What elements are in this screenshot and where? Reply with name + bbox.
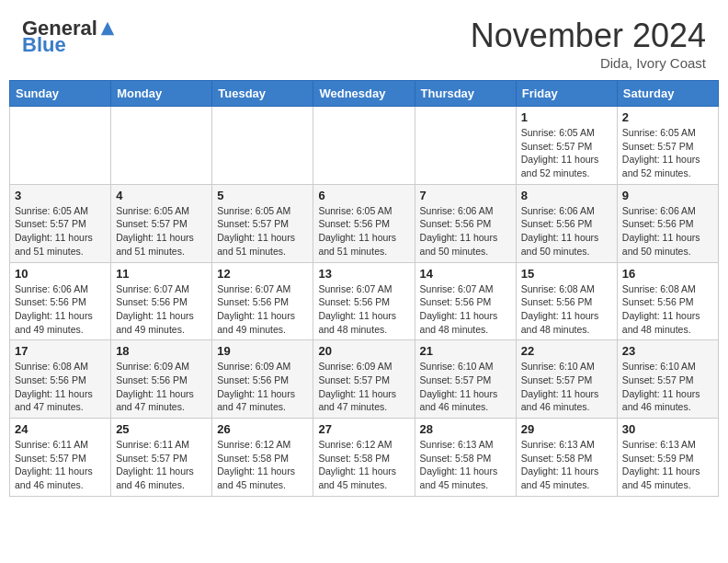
day-info: Sunrise: 6:08 AM Sunset: 5:56 PM Dayligh… [521, 282, 612, 337]
calendar-cell: 24Sunrise: 6:11 AM Sunset: 5:57 PM Dayli… [10, 419, 111, 497]
day-number: 22 [521, 344, 612, 358]
calendar-cell: 2Sunrise: 6:05 AM Sunset: 5:57 PM Daylig… [617, 107, 718, 185]
day-info: Sunrise: 6:09 AM Sunset: 5:56 PM Dayligh… [116, 360, 207, 414]
header-row: SundayMondayTuesdayWednesdayThursdayFrid… [10, 81, 719, 107]
calendar-cell: 21Sunrise: 6:10 AM Sunset: 5:57 PM Dayli… [415, 340, 516, 419]
day-info: Sunrise: 6:07 AM Sunset: 5:56 PM Dayligh… [116, 282, 207, 337]
day-number: 16 [622, 267, 713, 281]
day-info: Sunrise: 6:10 AM Sunset: 5:57 PM Dayligh… [622, 360, 713, 414]
calendar-cell: 17Sunrise: 6:08 AM Sunset: 5:56 PM Dayli… [10, 340, 111, 419]
logo-icon [99, 20, 116, 37]
calendar-cell: 25Sunrise: 6:11 AM Sunset: 5:57 PM Dayli… [111, 419, 212, 497]
day-info: Sunrise: 6:07 AM Sunset: 5:56 PM Dayligh… [318, 282, 409, 337]
calendar-cell: 22Sunrise: 6:10 AM Sunset: 5:57 PM Dayli… [516, 340, 617, 419]
calendar-week-3: 17Sunrise: 6:08 AM Sunset: 5:56 PM Dayli… [10, 340, 719, 419]
day-info: Sunrise: 6:08 AM Sunset: 5:56 PM Dayligh… [15, 360, 106, 414]
calendar-cell [111, 107, 212, 185]
calendar-cell [212, 107, 313, 185]
calendar-cell: 5Sunrise: 6:05 AM Sunset: 5:57 PM Daylig… [212, 184, 313, 262]
day-info: Sunrise: 6:13 AM Sunset: 5:58 PM Dayligh… [521, 438, 612, 492]
day-info: Sunrise: 6:12 AM Sunset: 5:58 PM Dayligh… [318, 438, 409, 492]
day-number: 17 [15, 344, 106, 358]
day-number: 30 [622, 422, 713, 436]
calendar-cell: 29Sunrise: 6:13 AM Sunset: 5:58 PM Dayli… [516, 419, 617, 497]
day-info: Sunrise: 6:11 AM Sunset: 5:57 PM Dayligh… [116, 438, 207, 492]
day-info: Sunrise: 6:05 AM Sunset: 5:57 PM Dayligh… [15, 204, 106, 259]
calendar-cell: 7Sunrise: 6:06 AM Sunset: 5:56 PM Daylig… [415, 184, 516, 262]
calendar-cell [415, 107, 516, 185]
calendar-week-1: 3Sunrise: 6:05 AM Sunset: 5:57 PM Daylig… [10, 184, 719, 262]
day-info: Sunrise: 6:05 AM Sunset: 5:57 PM Dayligh… [217, 204, 308, 259]
day-info: Sunrise: 6:06 AM Sunset: 5:56 PM Dayligh… [15, 282, 106, 337]
calendar-cell: 27Sunrise: 6:12 AM Sunset: 5:58 PM Dayli… [313, 419, 415, 497]
day-number: 25 [116, 422, 207, 436]
day-info: Sunrise: 6:10 AM Sunset: 5:57 PM Dayligh… [420, 360, 511, 414]
calendar-cell: 6Sunrise: 6:05 AM Sunset: 5:56 PM Daylig… [313, 184, 415, 262]
day-number: 8 [521, 189, 612, 202]
header-right: November 2024 Dida, Ivory Coast [471, 17, 706, 71]
day-info: Sunrise: 6:07 AM Sunset: 5:56 PM Dayligh… [420, 282, 511, 337]
calendar-table: SundayMondayTuesdayWednesdayThursdayFrid… [9, 80, 719, 497]
calendar-cell: 30Sunrise: 6:13 AM Sunset: 5:59 PM Dayli… [617, 419, 718, 497]
day-info: Sunrise: 6:06 AM Sunset: 5:56 PM Dayligh… [622, 204, 713, 259]
page-header: General Blue November 2024 Dida, Ivory C… [0, 0, 728, 80]
day-number: 1 [521, 110, 612, 124]
calendar-cell: 23Sunrise: 6:10 AM Sunset: 5:57 PM Dayli… [617, 340, 718, 419]
calendar-cell [10, 107, 111, 185]
calendar-cell: 3Sunrise: 6:05 AM Sunset: 5:57 PM Daylig… [10, 184, 111, 262]
location: Dida, Ivory Coast [471, 55, 706, 71]
day-number: 24 [15, 422, 106, 436]
day-info: Sunrise: 6:09 AM Sunset: 5:56 PM Dayligh… [217, 360, 308, 414]
day-number: 5 [217, 189, 308, 202]
calendar-cell: 28Sunrise: 6:13 AM Sunset: 5:58 PM Dayli… [415, 419, 516, 497]
day-number: 28 [420, 422, 511, 436]
day-info: Sunrise: 6:05 AM Sunset: 5:57 PM Dayligh… [116, 204, 207, 259]
calendar-header: SundayMondayTuesdayWednesdayThursdayFrid… [10, 81, 719, 107]
calendar-cell: 12Sunrise: 6:07 AM Sunset: 5:56 PM Dayli… [212, 262, 313, 340]
day-number: 6 [318, 189, 409, 202]
day-number: 27 [318, 422, 409, 436]
day-number: 13 [318, 267, 409, 281]
calendar-cell: 10Sunrise: 6:06 AM Sunset: 5:56 PM Dayli… [10, 262, 111, 340]
day-number: 4 [116, 189, 207, 202]
calendar-cell: 15Sunrise: 6:08 AM Sunset: 5:56 PM Dayli… [516, 262, 617, 340]
day-number: 14 [420, 267, 511, 281]
calendar-cell: 16Sunrise: 6:08 AM Sunset: 5:56 PM Dayli… [617, 262, 718, 340]
day-info: Sunrise: 6:07 AM Sunset: 5:56 PM Dayligh… [217, 282, 308, 337]
col-header-thursday: Thursday [415, 81, 516, 107]
calendar-cell [313, 107, 415, 185]
day-number: 2 [622, 110, 713, 124]
col-header-wednesday: Wednesday [313, 81, 415, 107]
calendar-cell: 11Sunrise: 6:07 AM Sunset: 5:56 PM Dayli… [111, 262, 212, 340]
day-info: Sunrise: 6:11 AM Sunset: 5:57 PM Dayligh… [15, 438, 106, 492]
day-number: 15 [521, 267, 612, 281]
day-number: 10 [15, 267, 106, 281]
day-number: 12 [217, 267, 308, 281]
calendar-cell: 9Sunrise: 6:06 AM Sunset: 5:56 PM Daylig… [617, 184, 718, 262]
calendar-cell: 19Sunrise: 6:09 AM Sunset: 5:56 PM Dayli… [212, 340, 313, 419]
day-number: 11 [116, 267, 207, 281]
calendar-cell: 20Sunrise: 6:09 AM Sunset: 5:57 PM Dayli… [313, 340, 415, 419]
calendar-week-2: 10Sunrise: 6:06 AM Sunset: 5:56 PM Dayli… [10, 262, 719, 340]
day-number: 23 [622, 344, 713, 358]
day-number: 18 [116, 344, 207, 358]
calendar-week-0: 1Sunrise: 6:05 AM Sunset: 5:57 PM Daylig… [10, 107, 719, 185]
svg-marker-0 [101, 22, 114, 35]
day-number: 7 [420, 189, 511, 202]
col-header-friday: Friday [516, 81, 617, 107]
calendar-cell: 13Sunrise: 6:07 AM Sunset: 5:56 PM Dayli… [313, 262, 415, 340]
day-number: 29 [521, 422, 612, 436]
calendar-cell: 4Sunrise: 6:05 AM Sunset: 5:57 PM Daylig… [111, 184, 212, 262]
logo-blue-text: Blue [22, 33, 66, 57]
day-number: 9 [622, 189, 713, 202]
day-number: 26 [217, 422, 308, 436]
col-header-sunday: Sunday [10, 81, 111, 107]
day-info: Sunrise: 6:06 AM Sunset: 5:56 PM Dayligh… [521, 204, 612, 259]
calendar-cell: 8Sunrise: 6:06 AM Sunset: 5:56 PM Daylig… [516, 184, 617, 262]
day-number: 3 [15, 189, 106, 202]
day-info: Sunrise: 6:05 AM Sunset: 5:57 PM Dayligh… [521, 126, 612, 180]
calendar-cell: 14Sunrise: 6:07 AM Sunset: 5:56 PM Dayli… [415, 262, 516, 340]
col-header-tuesday: Tuesday [212, 81, 313, 107]
col-header-monday: Monday [111, 81, 212, 107]
day-number: 21 [420, 344, 511, 358]
